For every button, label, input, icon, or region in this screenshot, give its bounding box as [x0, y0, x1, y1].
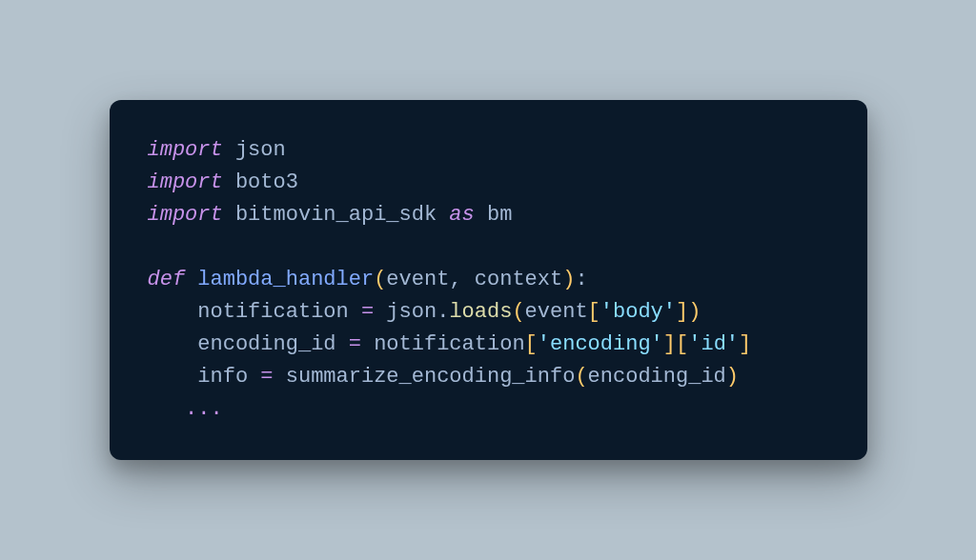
keyword-import: import	[148, 138, 223, 162]
bracket: ]	[663, 332, 676, 356]
paren: )	[726, 365, 739, 389]
variable: info	[197, 365, 248, 389]
keyword-as: as	[449, 203, 474, 227]
dot: .	[437, 300, 449, 324]
keyword-import: import	[148, 170, 223, 194]
module-name: json	[235, 138, 286, 162]
paren: (	[512, 300, 524, 324]
code-content: import json import boto3 import bitmovin…	[148, 134, 829, 427]
object: json	[386, 300, 437, 324]
string: 'body'	[600, 300, 676, 324]
bracket: [	[588, 300, 600, 324]
function-name: lambda_handler	[197, 268, 374, 291]
operator: =	[349, 332, 361, 356]
param: context	[475, 268, 562, 291]
object: notification	[374, 332, 524, 356]
comma: ,	[449, 268, 461, 291]
alias: bm	[487, 203, 512, 227]
string: 'id'	[688, 332, 739, 356]
paren: )	[562, 268, 575, 291]
string: 'encoding'	[538, 332, 663, 356]
bracket: ]	[739, 332, 751, 356]
bracket: [	[525, 332, 538, 356]
keyword-import: import	[148, 203, 223, 227]
bracket: [	[676, 332, 688, 356]
arg: event	[525, 300, 588, 324]
arg: encoding_id	[588, 365, 726, 389]
operator: =	[361, 300, 374, 324]
colon: :	[575, 268, 587, 291]
param: event	[386, 268, 449, 291]
function-call: summarize_encoding_info	[286, 365, 576, 389]
paren: (	[374, 268, 386, 291]
variable: notification	[197, 300, 348, 324]
method: loads	[449, 300, 512, 324]
variable: encoding_id	[197, 332, 336, 356]
paren: )	[688, 300, 701, 324]
module-name: bitmovin_api_sdk	[235, 203, 437, 227]
paren: (	[575, 365, 587, 389]
bracket: ]	[676, 300, 688, 324]
ellipsis: ...	[185, 397, 223, 421]
code-block: import json import boto3 import bitmovin…	[110, 100, 867, 461]
operator: =	[260, 365, 273, 389]
keyword-def: def	[148, 268, 186, 291]
module-name: boto3	[235, 170, 298, 194]
